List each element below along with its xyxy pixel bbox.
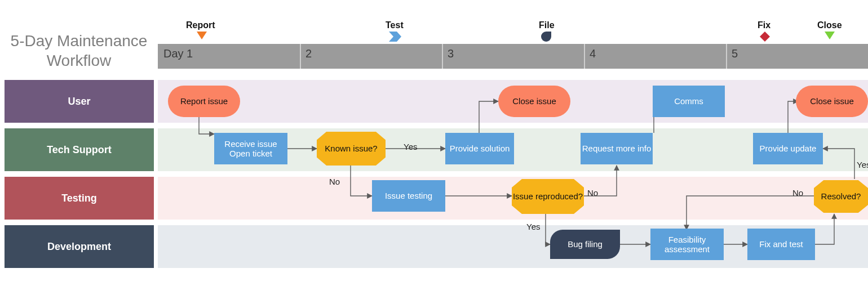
edge-label-repro-yes: Yes (526, 222, 540, 231)
node-close-issue-2: Close issue (796, 86, 868, 117)
node-request-more-info: Request more info (581, 133, 653, 164)
day-label-1: Day 1 (163, 47, 193, 60)
milestone-label-fix: Fix (758, 20, 770, 30)
node-close-issue-1: Close issue (498, 86, 570, 117)
node-report-issue: Report issue (168, 86, 240, 117)
milestone-icon-file (541, 32, 551, 44)
milestone-label-report: Report (186, 20, 215, 30)
diagram-canvas: 5-Day Maintenance Workflow Report Test F… (0, 0, 868, 304)
edge-label-known-yes: Yes (404, 142, 417, 151)
page-title: 5-Day Maintenance Workflow (0, 31, 158, 70)
node-issue-testing: Issue testing (372, 180, 445, 212)
day-label-2: 2 (305, 47, 312, 60)
node-comms: Comms (653, 86, 725, 117)
node-resolved: Resolved? (814, 180, 868, 213)
edge-label-resolved-yes: Yes (857, 160, 868, 169)
edge-label-repro-no: No (587, 188, 598, 198)
node-known-issue: Known issue? (317, 132, 386, 166)
edge-label-resolved-no: No (792, 188, 803, 198)
text: Receive issue (224, 139, 277, 149)
day-label-4: 4 (590, 47, 596, 60)
edge-label-known-no: No (329, 177, 340, 186)
milestone-label-test: Test (386, 20, 404, 30)
node-provide-update: Provide update (753, 133, 823, 164)
node-bug-filing: Bug filing (550, 230, 620, 259)
svg-marker-2 (760, 32, 770, 42)
day-label-3: 3 (448, 47, 454, 60)
node-fix-and-test: Fix and test (747, 229, 815, 260)
text: Open ticket (229, 149, 272, 158)
milestone-icon-test (389, 32, 401, 44)
lane-label-testing: Testing (5, 177, 154, 220)
node-provide-solution: Provide solution (445, 133, 514, 164)
timeline-bar: Day 1 2 3 4 5 (158, 44, 868, 69)
svg-marker-1 (389, 32, 401, 42)
lane-label-user: User (5, 80, 154, 123)
milestone-label-file: File (539, 20, 555, 30)
svg-marker-3 (825, 32, 835, 39)
day-label-5: 5 (732, 47, 738, 60)
milestone-icon-report (197, 32, 207, 43)
milestone-label-close: Close (817, 20, 842, 30)
lane-label-techsupport: Tech Support (5, 128, 154, 171)
svg-marker-0 (197, 32, 207, 39)
lane-label-development: Development (5, 225, 154, 268)
node-receive-issue: Receive issue Open ticket (214, 133, 287, 164)
node-feasibility: Feasibility assessment (650, 229, 724, 260)
node-issue-reproduced: Issue reproduced? (512, 179, 584, 214)
milestone-icon-fix (760, 32, 770, 44)
milestone-icon-close (825, 32, 835, 43)
